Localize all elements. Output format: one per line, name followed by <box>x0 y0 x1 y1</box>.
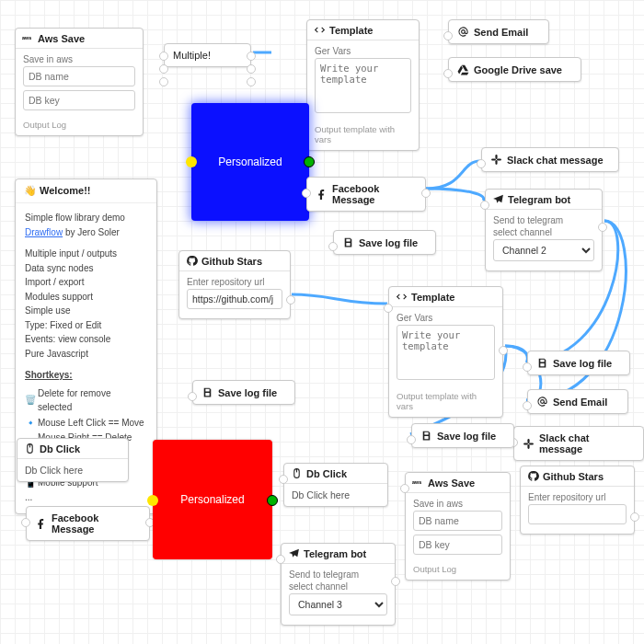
input-port[interactable] <box>159 52 168 61</box>
svg-rect-2 <box>495 155 497 159</box>
node-slack[interactable]: Slack chat message <box>481 147 619 172</box>
text: Mouse Left Click == Move <box>38 416 144 431</box>
label: Send Email <box>474 27 528 38</box>
output-port[interactable] <box>247 64 256 74</box>
db-name-input[interactable] <box>413 511 502 531</box>
flow-canvas[interactable]: aws Aws Save Save in aws Output Log Mult… <box>0 0 644 644</box>
text: Modules support <box>25 290 147 305</box>
save-icon <box>536 357 548 369</box>
input-port[interactable] <box>328 242 338 251</box>
node-facebook-message[interactable]: Facebook Message <box>306 177 426 212</box>
at-icon <box>457 26 469 38</box>
node-send-email[interactable]: Send Email <box>448 19 549 44</box>
db-name-input[interactable] <box>23 66 135 86</box>
node-aws-save[interactable]: aws Aws Save Save in aws Output Log <box>15 28 144 136</box>
text: by Jero Soler <box>63 227 120 237</box>
input-port[interactable] <box>407 435 416 444</box>
svg-rect-5 <box>497 158 501 160</box>
svg-text:aws: aws <box>412 479 421 485</box>
svg-rect-8 <box>527 444 529 449</box>
title-text: Github Stars <box>201 256 262 267</box>
input-port[interactable] <box>443 31 453 40</box>
input-port[interactable] <box>276 555 285 564</box>
node-db-click[interactable]: Db Click Db Click here <box>17 438 129 482</box>
db-key-input[interactable] <box>413 535 502 555</box>
telegram-icon <box>288 547 300 559</box>
input-port[interactable] <box>186 156 197 167</box>
input-port[interactable] <box>480 201 489 210</box>
mouse-icon <box>291 467 303 479</box>
node-google-drive[interactable]: Google Drive save <box>448 57 581 82</box>
node-template[interactable]: Template Ger Vars Output template with v… <box>306 19 420 151</box>
github-icon <box>186 255 198 267</box>
repo-url-input[interactable] <box>528 504 627 524</box>
node-multiple[interactable]: Multiple! <box>164 43 251 67</box>
output-port[interactable] <box>421 189 431 198</box>
repo-url-input[interactable] <box>187 289 282 309</box>
label: Enter repository url <box>187 277 282 287</box>
input-port[interactable] <box>159 64 168 74</box>
node-facebook-message[interactable]: Facebook Message <box>26 506 150 541</box>
delete-icon: 🗑️ <box>25 393 34 408</box>
input-port[interactable] <box>302 189 311 198</box>
node-title: aws Aws Save <box>16 29 143 49</box>
node-template[interactable]: Template Ger Vars Output template with v… <box>388 286 503 418</box>
template-textarea[interactable] <box>315 58 411 113</box>
node-aws-save[interactable]: aws Aws Save Save in aws Output Log <box>405 472 511 581</box>
output-port[interactable] <box>247 52 256 61</box>
input-port[interactable] <box>147 495 158 506</box>
code-icon <box>314 24 326 36</box>
node-save-log[interactable]: Save log file <box>527 351 630 375</box>
output-port[interactable] <box>598 223 607 232</box>
node-slack[interactable]: Slack chat message <box>513 426 644 461</box>
output-port[interactable] <box>247 77 256 86</box>
input-port[interactable] <box>384 304 393 313</box>
node-github-stars[interactable]: Github Stars Enter repository url <box>520 466 635 535</box>
input-port[interactable] <box>279 475 288 484</box>
node-title: Db Click <box>17 439 128 459</box>
input-port[interactable] <box>400 484 409 493</box>
output-label: Output Log <box>406 564 510 580</box>
node-send-email[interactable]: Send Email <box>527 389 628 414</box>
title-text: Telegram bot <box>304 548 366 559</box>
output-port[interactable] <box>267 495 278 506</box>
input-port[interactable] <box>159 77 168 86</box>
output-port[interactable] <box>304 156 315 167</box>
at-icon <box>536 396 548 408</box>
channel-select[interactable]: Channel 3 <box>289 593 387 615</box>
output-label: Output template with vars <box>389 391 502 417</box>
channel-select[interactable]: Channel 2 <box>493 239 594 261</box>
title-text: Telegram bot <box>508 194 570 205</box>
template-textarea[interactable] <box>397 325 495 380</box>
text: Type: Fixed or Edit <box>25 318 147 333</box>
input-port[interactable] <box>523 362 532 372</box>
node-github-stars[interactable]: Github Stars Enter repository url <box>178 250 291 319</box>
node-save-log[interactable]: Save log file <box>192 380 295 405</box>
output-port[interactable] <box>286 295 295 305</box>
aws-icon: aws <box>412 477 424 489</box>
input-port[interactable] <box>443 69 453 78</box>
drawflow-link[interactable]: Drawflow <box>25 227 63 237</box>
db-key-input[interactable] <box>23 90 135 110</box>
node-label: Multiple! <box>165 44 250 66</box>
input-port[interactable] <box>477 159 486 168</box>
svg-rect-7 <box>527 439 529 443</box>
output-port[interactable] <box>499 346 508 355</box>
output-port[interactable] <box>391 577 400 586</box>
node-telegram-bot[interactable]: Telegram bot Send to telegram select cha… <box>485 189 603 271</box>
node-personalized-blue[interactable]: Personalized <box>191 103 309 221</box>
output-port[interactable] <box>630 512 639 522</box>
node-save-log[interactable]: Save log file <box>411 423 514 448</box>
node-save-log[interactable]: Save log file <box>333 230 436 255</box>
input-port[interactable] <box>21 518 30 527</box>
save-icon <box>201 386 213 398</box>
title-text: Github Stars <box>543 471 604 482</box>
node-personalized-red[interactable]: Personalized <box>153 440 272 559</box>
text: Import / export <box>25 275 147 290</box>
node-db-click[interactable]: Db Click Db Click here <box>283 463 388 507</box>
node-title: Github Stars <box>179 251 290 271</box>
input-port[interactable] <box>523 401 532 410</box>
input-port[interactable] <box>188 392 197 401</box>
svg-rect-4 <box>491 158 496 160</box>
node-telegram-bot[interactable]: Telegram bot Send to telegram select cha… <box>281 543 396 626</box>
